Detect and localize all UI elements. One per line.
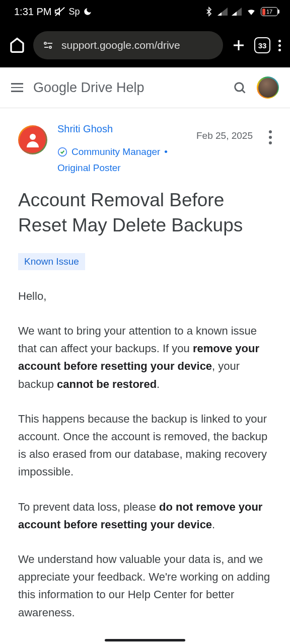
search-icon[interactable] — [233, 80, 247, 95]
author-info: Shriti Ghosh Feb 25, 2025 Community Mana… — [57, 123, 253, 174]
verified-badge-icon — [57, 147, 67, 157]
badge-separator: • — [164, 146, 168, 157]
known-issue-tag[interactable]: Known Issue — [18, 253, 85, 270]
post-paragraph-1: We want to bring your attention to a kno… — [18, 322, 272, 393]
url-text: support.google.com/drive — [61, 39, 180, 51]
url-bar[interactable]: support.google.com/drive — [33, 31, 223, 59]
svg-line-8 — [242, 90, 245, 93]
post-header: Shriti Ghosh Feb 25, 2025 Community Mana… — [18, 123, 272, 174]
post-date: Feb 25, 2025 — [196, 130, 253, 141]
page-title: Google Drive Help — [33, 80, 223, 96]
author-avatar[interactable] — [18, 125, 47, 154]
post-container: Shriti Ghosh Feb 25, 2025 Community Mana… — [0, 108, 290, 644]
signal-1-icon — [218, 7, 228, 16]
svg-point-1 — [44, 42, 46, 44]
svg-point-7 — [235, 83, 243, 91]
poster-tag: Original Poster — [57, 163, 121, 174]
svg-point-9 — [30, 134, 36, 140]
post-body: Hello, We want to bring your attention t… — [18, 287, 272, 621]
mute-icon — [54, 6, 65, 17]
post-paragraph-2: This happens because the backup is linke… — [18, 410, 272, 481]
home-icon[interactable] — [9, 37, 25, 53]
menu-icon[interactable] — [11, 83, 23, 92]
author-name[interactable]: Shriti Ghosh — [57, 123, 113, 135]
moon-icon — [83, 7, 92, 16]
status-bar: 1:31 PM Sp 17 — [0, 0, 290, 23]
author-role: Community Manager — [71, 146, 160, 157]
new-tab-icon[interactable] — [231, 38, 246, 53]
browser-menu-icon[interactable] — [278, 40, 281, 51]
sp-icon: Sp — [68, 7, 80, 17]
tab-count-text: 33 — [258, 41, 267, 50]
site-settings-icon[interactable] — [42, 39, 54, 51]
author-avatar-image — [20, 127, 46, 153]
post-paragraph-4: We understand how valuable your data is,… — [18, 550, 272, 621]
avatar[interactable] — [257, 76, 279, 99]
status-right: 17 — [204, 6, 278, 17]
wifi-icon — [246, 7, 257, 16]
battery-fill — [262, 9, 265, 15]
page-header: Google Drive Help — [0, 67, 290, 108]
bluetooth-icon — [204, 6, 213, 17]
status-time: 1:31 PM — [14, 6, 51, 18]
post-paragraph-3: To prevent data loss, please do not remo… — [18, 498, 272, 533]
nav-handle[interactable] — [105, 639, 185, 641]
post-title: Account Removal Before Reset May Delete … — [18, 188, 272, 238]
signal-2-icon — [232, 7, 242, 16]
battery-text: 17 — [266, 9, 272, 15]
browser-bar: support.google.com/drive 33 — [0, 23, 290, 67]
svg-point-3 — [49, 46, 51, 48]
post-greeting: Hello, — [18, 287, 272, 305]
status-left: 1:31 PM Sp — [14, 6, 92, 18]
battery-icon: 17 — [261, 7, 278, 16]
author-badges: Community Manager • — [57, 146, 253, 157]
tab-count-button[interactable]: 33 — [254, 37, 270, 53]
post-menu-icon[interactable] — [269, 123, 272, 144]
avatar-image — [258, 78, 278, 98]
